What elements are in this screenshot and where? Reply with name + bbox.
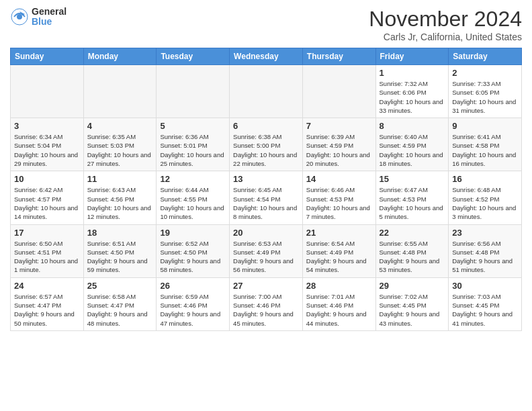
month-title: November 2024: [369, 7, 522, 32]
day-detail: Sunrise: 6:35 AMSunset: 5:03 PMDaylight:…: [87, 132, 153, 168]
calendar-cell: 4Sunrise: 6:35 AMSunset: 5:03 PMDaylight…: [83, 118, 157, 171]
calendar-cell: 5Sunrise: 6:36 AMSunset: 5:01 PMDaylight…: [157, 118, 230, 171]
day-detail: Sunrise: 6:38 AMSunset: 5:00 PMDaylight:…: [233, 132, 299, 168]
calendar-cell: 2Sunrise: 7:33 AMSunset: 6:05 PMDaylight…: [449, 65, 522, 118]
col-header-monday: Monday: [83, 48, 157, 65]
calendar-cell: 3Sunrise: 6:34 AMSunset: 5:04 PMDaylight…: [11, 118, 84, 171]
day-number: 2: [452, 68, 518, 78]
day-number: 21: [306, 228, 372, 238]
day-detail: Sunrise: 6:36 AMSunset: 5:01 PMDaylight:…: [160, 132, 226, 168]
day-number: 5: [160, 121, 226, 131]
calendar-cell: 28Sunrise: 7:01 AMSunset: 4:46 PMDayligh…: [302, 277, 375, 330]
calendar-cell: 21Sunrise: 6:54 AMSunset: 4:49 PMDayligh…: [302, 224, 375, 277]
day-number: 18: [87, 228, 153, 238]
day-number: 24: [14, 281, 80, 291]
col-header-thursday: Thursday: [302, 48, 375, 65]
day-detail: Sunrise: 6:41 AMSunset: 4:58 PMDaylight:…: [452, 132, 518, 168]
calendar-cell: 12Sunrise: 6:44 AMSunset: 4:55 PMDayligh…: [157, 171, 230, 224]
day-number: 7: [306, 121, 372, 131]
day-detail: Sunrise: 6:43 AMSunset: 4:56 PMDaylight:…: [87, 185, 153, 221]
day-number: 28: [306, 281, 372, 291]
day-number: 26: [160, 281, 226, 291]
calendar-cell: 9Sunrise: 6:41 AMSunset: 4:58 PMDaylight…: [449, 118, 522, 171]
calendar-cell: 14Sunrise: 6:46 AMSunset: 4:53 PMDayligh…: [302, 171, 375, 224]
day-number: 14: [306, 174, 372, 184]
week-row-2: 3Sunrise: 6:34 AMSunset: 5:04 PMDaylight…: [11, 118, 522, 171]
col-header-sunday: Sunday: [11, 48, 84, 65]
day-number: 16: [452, 174, 518, 184]
week-row-5: 24Sunrise: 6:57 AMSunset: 4:47 PMDayligh…: [11, 277, 522, 330]
col-header-friday: Friday: [375, 48, 449, 65]
day-detail: Sunrise: 6:56 AMSunset: 4:48 PMDaylight:…: [452, 239, 518, 275]
calendar-cell: 27Sunrise: 7:00 AMSunset: 4:46 PMDayligh…: [230, 277, 303, 330]
week-row-4: 17Sunrise: 6:50 AMSunset: 4:51 PMDayligh…: [11, 224, 522, 277]
logo-icon: [10, 7, 29, 26]
calendar-container: General Blue November 2024 Carls Jr, Cal…: [0, 0, 532, 334]
calendar-cell: 30Sunrise: 7:03 AMSunset: 4:45 PMDayligh…: [449, 277, 522, 330]
day-detail: Sunrise: 6:52 AMSunset: 4:50 PMDaylight:…: [160, 239, 226, 275]
week-row-1: 1Sunrise: 7:32 AMSunset: 6:06 PMDaylight…: [11, 65, 522, 118]
calendar-cell: [11, 65, 84, 118]
day-detail: Sunrise: 6:55 AMSunset: 4:48 PMDaylight:…: [380, 239, 445, 275]
day-detail: Sunrise: 6:39 AMSunset: 4:59 PMDaylight:…: [306, 132, 372, 168]
day-number: 8: [380, 121, 445, 131]
calendar-cell: 15Sunrise: 6:47 AMSunset: 4:53 PMDayligh…: [375, 171, 449, 224]
week-row-3: 10Sunrise: 6:42 AMSunset: 4:57 PMDayligh…: [11, 171, 522, 224]
day-detail: Sunrise: 7:03 AMSunset: 4:45 PMDaylight:…: [452, 292, 518, 328]
calendar-cell: 13Sunrise: 6:45 AMSunset: 4:54 PMDayligh…: [230, 171, 303, 224]
day-detail: Sunrise: 6:48 AMSunset: 4:52 PMDaylight:…: [452, 185, 518, 221]
day-detail: Sunrise: 6:59 AMSunset: 4:46 PMDaylight:…: [160, 292, 226, 328]
calendar-cell: 1Sunrise: 7:32 AMSunset: 6:06 PMDaylight…: [375, 65, 449, 118]
calendar-cell: 19Sunrise: 6:52 AMSunset: 4:50 PMDayligh…: [157, 224, 230, 277]
day-detail: Sunrise: 6:51 AMSunset: 4:50 PMDaylight:…: [87, 239, 153, 275]
calendar-cell: 10Sunrise: 6:42 AMSunset: 4:57 PMDayligh…: [11, 171, 84, 224]
title-area: November 2024 Carls Jr, California, Unit…: [369, 7, 522, 42]
day-number: 23: [452, 228, 518, 238]
day-detail: Sunrise: 6:50 AMSunset: 4:51 PMDaylight:…: [14, 239, 80, 275]
day-detail: Sunrise: 6:47 AMSunset: 4:53 PMDaylight:…: [380, 185, 445, 221]
day-number: 19: [160, 228, 226, 238]
calendar-cell: 18Sunrise: 6:51 AMSunset: 4:50 PMDayligh…: [83, 224, 157, 277]
day-number: 30: [452, 281, 518, 291]
location-subtitle: Carls Jr, California, United States: [369, 32, 522, 42]
day-detail: Sunrise: 7:02 AMSunset: 4:45 PMDaylight:…: [380, 292, 445, 328]
calendar-cell: 26Sunrise: 6:59 AMSunset: 4:46 PMDayligh…: [157, 277, 230, 330]
calendar-cell: 20Sunrise: 6:53 AMSunset: 4:49 PMDayligh…: [230, 224, 303, 277]
calendar-cell: [302, 65, 375, 118]
day-number: 25: [87, 281, 153, 291]
calendar-cell: 16Sunrise: 6:48 AMSunset: 4:52 PMDayligh…: [449, 171, 522, 224]
day-number: 9: [452, 121, 518, 131]
calendar-cell: 29Sunrise: 7:02 AMSunset: 4:45 PMDayligh…: [375, 277, 449, 330]
calendar-cell: [230, 65, 303, 118]
col-header-tuesday: Tuesday: [157, 48, 230, 65]
logo-blue-text: Blue: [32, 17, 66, 27]
days-header-row: SundayMondayTuesdayWednesdayThursdayFrid…: [11, 48, 522, 65]
day-number: 12: [160, 174, 226, 184]
day-detail: Sunrise: 7:32 AMSunset: 6:06 PMDaylight:…: [380, 79, 445, 115]
day-number: 27: [233, 281, 299, 291]
day-number: 20: [233, 228, 299, 238]
day-number: 10: [14, 174, 80, 184]
day-number: 6: [233, 121, 299, 131]
day-detail: Sunrise: 6:57 AMSunset: 4:47 PMDaylight:…: [14, 292, 80, 328]
day-detail: Sunrise: 6:58 AMSunset: 4:47 PMDaylight:…: [87, 292, 153, 328]
header: General Blue November 2024 Carls Jr, Cal…: [10, 7, 522, 42]
calendar-cell: 7Sunrise: 6:39 AMSunset: 4:59 PMDaylight…: [302, 118, 375, 171]
calendar-cell: [83, 65, 157, 118]
day-detail: Sunrise: 6:45 AMSunset: 4:54 PMDaylight:…: [233, 185, 299, 221]
day-detail: Sunrise: 6:44 AMSunset: 4:55 PMDaylight:…: [160, 185, 226, 221]
col-header-wednesday: Wednesday: [230, 48, 303, 65]
day-detail: Sunrise: 6:53 AMSunset: 4:49 PMDaylight:…: [233, 239, 299, 275]
calendar-cell: 17Sunrise: 6:50 AMSunset: 4:51 PMDayligh…: [11, 224, 84, 277]
col-header-saturday: Saturday: [449, 48, 522, 65]
day-number: 15: [380, 174, 445, 184]
day-detail: Sunrise: 6:46 AMSunset: 4:53 PMDaylight:…: [306, 185, 372, 221]
day-detail: Sunrise: 6:34 AMSunset: 5:04 PMDaylight:…: [14, 132, 80, 168]
calendar-cell: 25Sunrise: 6:58 AMSunset: 4:47 PMDayligh…: [83, 277, 157, 330]
calendar-cell: 6Sunrise: 6:38 AMSunset: 5:00 PMDaylight…: [230, 118, 303, 171]
logo-text: General Blue: [32, 7, 66, 28]
calendar-cell: 23Sunrise: 6:56 AMSunset: 4:48 PMDayligh…: [449, 224, 522, 277]
calendar-cell: 8Sunrise: 6:40 AMSunset: 4:59 PMDaylight…: [375, 118, 449, 171]
day-number: 13: [233, 174, 299, 184]
day-number: 3: [14, 121, 80, 131]
